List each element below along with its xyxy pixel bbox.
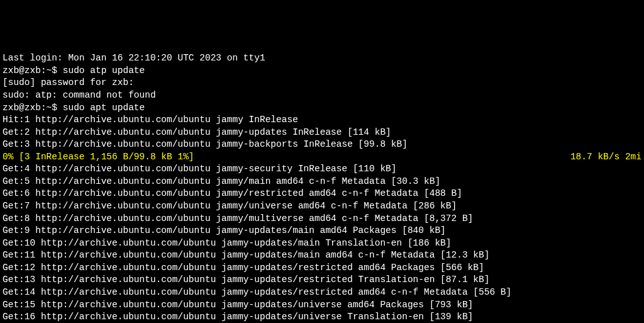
apt-get-line: Get:10 http://archive.ubuntu.com/ubuntu … [3, 237, 641, 250]
prompt-line-1: zxb@zxb:~$ sudo atp update [3, 65, 641, 77]
apt-progress-line: 0% [3 InRelease 1,156 B/99.8 kB 1%]18.7 … [3, 151, 641, 164]
command-apt-update: sudo apt update [63, 103, 145, 113]
apt-get-line: Get:3 http://archive.ubuntu.com/ubuntu j… [3, 139, 641, 151]
apt-get-line: Get:15 http://archive.ubuntu.com/ubuntu … [3, 299, 641, 312]
prompt-user: zxb@zxb [3, 103, 41, 113]
apt-get-line: Get:14 http://archive.ubuntu.com/ubuntu … [3, 286, 641, 299]
sudo-password-prompt: [sudo] password for zxb: [3, 77, 641, 89]
apt-get-line: Get:11 http://archive.ubuntu.com/ubuntu … [3, 249, 641, 262]
command-typo: sudo atp update [63, 65, 145, 76]
apt-hit-line: Hit:1 http://archive.ubuntu.com/ubuntu j… [3, 114, 641, 127]
apt-get-line: Get:4 http://archive.ubuntu.com/ubuntu j… [3, 163, 641, 176]
apt-get-line: Get:12 http://archive.ubuntu.com/ubuntu … [3, 262, 641, 275]
apt-get-line: Get:9 http://archive.ubuntu.com/ubuntu j… [3, 225, 641, 237]
apt-get-line: Get:7 http://archive.ubuntu.com/ubuntu j… [3, 200, 641, 213]
prompt-user: zxb@zxb [3, 65, 41, 76]
sudo-error: sudo: atp: command not found [3, 89, 641, 102]
apt-get-line: Get:6 http://archive.ubuntu.com/ubuntu j… [3, 188, 641, 200]
prompt-line-2: zxb@zxb:~$ sudo apt update [3, 102, 641, 115]
progress-speed: 18.7 kB/s 2mi [570, 151, 641, 164]
apt-get-line: Get:13 http://archive.ubuntu.com/ubuntu … [3, 274, 641, 286]
last-login-line: Last login: Mon Jan 16 22:10:20 UTC 2023… [3, 52, 641, 65]
progress-status: 0% [3 InRelease 1,156 B/99.8 kB 1%] [3, 151, 194, 164]
prompt-path: :~$ [41, 103, 63, 113]
prompt-path: :~$ [41, 65, 63, 76]
apt-get-line: Get:8 http://archive.ubuntu.com/ubuntu j… [3, 213, 641, 225]
terminal-output[interactable]: Last login: Mon Jan 16 22:10:20 UTC 2023… [3, 52, 641, 323]
apt-get-line: Get:2 http://archive.ubuntu.com/ubuntu j… [3, 127, 641, 139]
apt-get-line: Get:5 http://archive.ubuntu.com/ubuntu j… [3, 176, 641, 188]
apt-get-line: Get:16 http://archive.ubuntu.com/ubuntu … [3, 311, 641, 323]
